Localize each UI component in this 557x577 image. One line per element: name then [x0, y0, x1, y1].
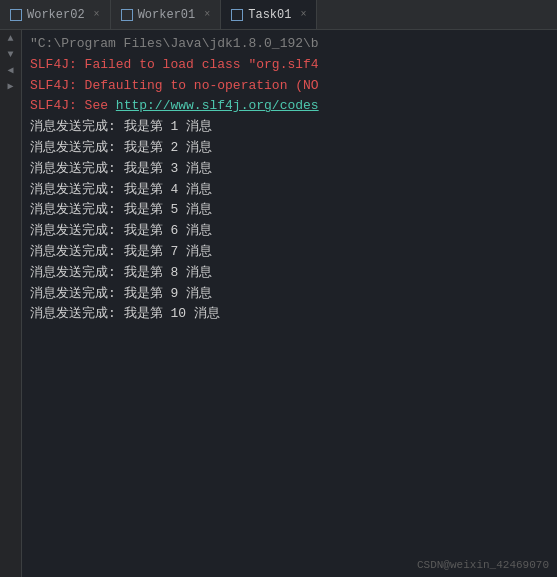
console-line-5: 消息发送完成: 我是第 1 消息 — [30, 117, 549, 138]
gutter-arrow-right[interactable]: ▶ — [7, 82, 13, 92]
gutter-arrow-down[interactable]: ▼ — [7, 50, 13, 60]
console-line-13: 消息发送完成: 我是第 9 消息 — [30, 284, 549, 305]
console-line-9: 消息发送完成: 我是第 5 消息 — [30, 200, 549, 221]
console-line-2: SLF4J: Failed to load class "org.slf4 — [30, 55, 549, 76]
console-line-12: 消息发送完成: 我是第 8 消息 — [30, 263, 549, 284]
tab-bar: Worker02 × Worker01 × Task01 × — [0, 0, 557, 30]
console-line-11: 消息发送完成: 我是第 7 消息 — [30, 242, 549, 263]
console-line-1: "C:\Program Files\Java\jdk1.8.0_192\b — [30, 34, 549, 55]
tab-task01[interactable]: Task01 × — [221, 0, 317, 29]
console-line-10: 消息发送完成: 我是第 6 消息 — [30, 221, 549, 242]
console-line-14: 消息发送完成: 我是第 10 消息 — [30, 304, 549, 325]
gutter-arrow-left[interactable]: ◀ — [7, 66, 13, 76]
console-line-3: SLF4J: Defaulting to no-operation (NO — [30, 76, 549, 97]
tab-worker02[interactable]: Worker02 × — [0, 0, 111, 29]
tab-close-task01[interactable]: × — [300, 9, 306, 20]
tab-label-task01: Task01 — [248, 8, 291, 22]
gutter-arrow-up[interactable]: ▲ — [7, 34, 13, 44]
tab-label-worker01: Worker01 — [138, 8, 196, 22]
console-line-6: 消息发送完成: 我是第 2 消息 — [30, 138, 549, 159]
tab-worker01[interactable]: Worker01 × — [111, 0, 222, 29]
console-line-7: 消息发送完成: 我是第 3 消息 — [30, 159, 549, 180]
tab-close-worker02[interactable]: × — [94, 9, 100, 20]
tab-close-worker01[interactable]: × — [204, 9, 210, 20]
main-area: ▲ ▼ ◀ ▶ "C:\Program Files\Java\jdk1.8.0_… — [0, 30, 557, 577]
slf4j-link[interactable]: http://www.slf4j.org/codes — [116, 98, 319, 113]
console-line-8: 消息发送完成: 我是第 4 消息 — [30, 180, 549, 201]
console-area: "C:\Program Files\Java\jdk1.8.0_192\b SL… — [22, 30, 557, 577]
console-line-4: SLF4J: See http://www.slf4j.org/codes — [30, 96, 549, 117]
tab-label-worker02: Worker02 — [27, 8, 85, 22]
watermark: CSDN@weixin_42469070 — [417, 559, 549, 571]
tab-icon-task01 — [231, 9, 243, 21]
tab-icon-worker02 — [10, 9, 22, 21]
side-gutter: ▲ ▼ ◀ ▶ — [0, 30, 22, 577]
tab-icon-worker01 — [121, 9, 133, 21]
